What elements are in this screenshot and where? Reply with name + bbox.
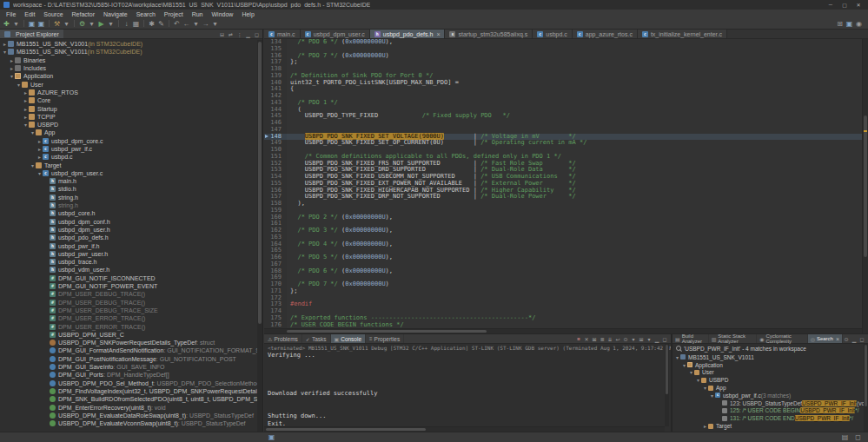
chevron-collapsed-icon[interactable]: ▸: [23, 97, 29, 103]
code-line[interactable]: 171};: [264, 288, 862, 295]
console-vscrollbar[interactable]: [665, 344, 669, 426]
pin-console-icon[interactable]: ⊙: [622, 335, 629, 343]
target-chip-icon[interactable]: ▦: [131, 19, 141, 29]
run-dropdown-icon[interactable]: ▾: [106, 19, 116, 29]
chevron-collapsed-icon[interactable]: ▸: [702, 423, 708, 429]
tree-item[interactable]: husbpd_pdo_defs.h: [0, 234, 262, 241]
code-line[interactable]: 143 /* PDO 1 */: [264, 100, 862, 107]
editor-tab-main-c[interactable]: cmain.c: [264, 30, 301, 38]
tree-item[interactable]: ▸TCPIP: [0, 113, 262, 121]
code-line[interactable]: 145 USBPD_PDO_TYPE_FIXED /* Fixed supply…: [264, 113, 862, 120]
code-line[interactable]: 176/* USER CODE BEGIN functions */: [264, 322, 862, 329]
editor-tab-usbpd-dpm-user-c[interactable]: cusbpd_dpm_user.c: [301, 30, 370, 38]
minimize-view-icon[interactable]: ▁: [244, 30, 252, 38]
tree-item[interactable]: #DPM_GUI_NOTIF_ISCONNECTED: [0, 274, 262, 282]
code-line[interactable]: 142: [264, 93, 862, 100]
chevron-expanded-icon[interactable]: ▾: [36, 170, 43, 176]
code-line[interactable]: 149 USBPD_PDO_SNK_FIXED_SET_OP_CURRENT(0…: [264, 140, 862, 147]
search-result-item[interactable]: ▸Target: [673, 422, 868, 430]
search-result-item[interactable]: ▾cusbpd_pwr_if.c (3 matches): [673, 392, 868, 399]
scrollbar-thumb[interactable]: [864, 115, 867, 257]
search-icon[interactable]: ✱: [147, 19, 156, 29]
console-tab-problems[interactable]: ⚠Problems: [264, 334, 302, 343]
tree-item[interactable]: ▸cusbpd_pwr_if.c: [0, 145, 262, 153]
tree-item[interactable]: hstring.h: [0, 194, 262, 201]
scrollbar-thumb[interactable]: [287, 330, 487, 333]
menu-run[interactable]: Run: [188, 11, 208, 17]
code-line[interactable]: 146: [264, 120, 862, 127]
debug-icon[interactable]: ⚙: [77, 19, 87, 29]
tree-item[interactable]: DPM_EnterErrorRecovery(uint8_t) : void: [0, 403, 262, 411]
close-tab-icon[interactable]: ×: [436, 31, 440, 37]
tree-item[interactable]: ▸cusbpd_dpm_core.c: [0, 137, 262, 145]
tree-item[interactable]: USBPD_DPM_EvaluateVconnSwap(uint8_t) : U…: [0, 419, 262, 427]
build-dropdown-icon[interactable]: ▾: [62, 19, 71, 29]
search-result-item[interactable]: ▾App: [673, 384, 868, 392]
menu-project[interactable]: Project: [160, 11, 188, 17]
tree-item[interactable]: DPM_GUI_SaveInfo : GUI_SAVE_INFO: [0, 363, 262, 371]
tree-item[interactable]: ▸AZURE_RTOS: [0, 89, 262, 96]
tree-item[interactable]: ▸Core: [0, 96, 262, 104]
code-line[interactable]: 168 /* PDO 6 */ (0x00000000U),: [264, 268, 862, 275]
code-line[interactable]: 160 /* PDO 2 */ (0x00000000U),: [264, 214, 862, 221]
console-tab-properties[interactable]: ≡Properties: [366, 334, 404, 343]
open-perspective-icon[interactable]: ⊞: [835, 19, 845, 29]
chevron-expanded-icon[interactable]: ▾: [702, 385, 708, 391]
tree-item[interactable]: ▾MB1551_US_SNK_V1011 (in STM32CubeIDE): [0, 48, 262, 56]
tree-item[interactable]: DPM_SNK_BuildRDOfromSelectedPDO(uint8_t,…: [0, 395, 262, 403]
tree-item[interactable]: #DPM_GUI_NOTIF_POWER_EVENT: [0, 282, 262, 290]
search-result-item[interactable]: ▾USBPD: [673, 376, 868, 384]
close-tab-icon[interactable]: ×: [836, 336, 839, 342]
tree-item[interactable]: USBPD_DPM_EvaluateDataRoleSwap(uint8_t) …: [0, 412, 262, 419]
open-console-dropdown-icon[interactable]: ▾: [646, 335, 653, 343]
chevron-expanded-icon[interactable]: ▾: [695, 377, 701, 383]
tree-item[interactable]: DPM_GUI_PostNotificationMessage : GUI_NO…: [0, 355, 262, 363]
background-progress-icon[interactable]: ▤: [840, 432, 850, 442]
tree-item[interactable]: ▸MB1551_US_SNK_V1001 (in STM32CubeIDE): [0, 40, 262, 48]
code-line[interactable]: 137};: [264, 59, 862, 66]
code-line[interactable]: 162 /* PDO 3 */ (0x00000000U),: [264, 228, 862, 234]
tree-item[interactable]: hstdio.h: [0, 185, 262, 193]
menu-edit[interactable]: Edit: [20, 11, 39, 17]
maximize-button[interactable]: ▢: [838, 2, 851, 8]
tree-item[interactable]: ▸Binaries: [0, 56, 262, 64]
code-line[interactable]: 158 ),: [264, 201, 862, 208]
chevron-collapsed-icon[interactable]: ▸: [23, 106, 29, 112]
tree-item[interactable]: ▾Application: [0, 72, 262, 80]
minimize-view-icon[interactable]: ▁: [851, 335, 858, 343]
code-line[interactable]: 134 /* PDO 6 */ (0x00000000U),: [264, 39, 862, 46]
chevron-collapsed-icon[interactable]: ▸: [36, 138, 43, 144]
notification-center-icon[interactable]: ◻: [853, 432, 863, 442]
tree-item[interactable]: USBPD_DPM_PDO_Sel_Method_t : USBPD_DPM_P…: [0, 379, 262, 386]
code-line[interactable]: 170 /* PDO 7 */ (0x00000000U): [264, 281, 862, 288]
code-line[interactable]: 172: [264, 295, 862, 302]
tree-item[interactable]: husbpd_vdm_user.h: [0, 266, 262, 274]
chevron-expanded-icon[interactable]: ▾: [2, 49, 8, 55]
search-tab-cyclomatic-complexity[interactable]: ◉Cyclomatic Complexity: [757, 334, 807, 343]
tree-item[interactable]: #DPM_USER_DEBUG_TRACE_SIZE: [0, 307, 262, 314]
toggle-annotations-icon[interactable]: ✎: [156, 19, 166, 29]
tree-item[interactable]: ▸cusbpd.c: [0, 153, 262, 161]
search-result-item[interactable]: 123: USBPD_StatusTypeDef USBPD_PWR_IF_In…: [673, 399, 868, 407]
tree-item[interactable]: #DPM_USER_ERROR_TRACE(): [0, 322, 262, 330]
code-line[interactable]: 140uint32_t PORT0_PDO_ListSNK[USBPD_MAX_…: [264, 80, 862, 87]
chevron-expanded-icon[interactable]: ▾: [23, 122, 29, 128]
chevron-collapsed-icon[interactable]: ▸: [9, 57, 15, 63]
build-icon[interactable]: ⚒: [52, 19, 62, 29]
tree-item[interactable]: DPM_GUI_FormatAndSendNotification : GUI_…: [0, 346, 262, 354]
chevron-expanded-icon[interactable]: ▾: [681, 362, 687, 368]
pin-search-icon[interactable]: ⊙: [843, 335, 850, 343]
search-tab-search[interactable]: ◎Search×: [808, 334, 843, 343]
remove-all-terminated-icon[interactable]: ⊠: [591, 335, 598, 343]
menu-file[interactable]: File: [2, 11, 20, 17]
editor-tab-startup-stm32u585aiixq-s[interactable]: sstartup_stm32u585aiixq.s: [445, 30, 533, 38]
search-result-item[interactable]: ▾Application: [673, 361, 868, 369]
explorer-title-tab[interactable]: Project Explorer: [0, 30, 63, 38]
editor-tab-tx-initialize-kernel-enter-c[interactable]: ctx_initialize_kernel_enter.c: [638, 30, 727, 38]
chevron-collapsed-icon[interactable]: ▸: [2, 41, 8, 47]
close-button[interactable]: ✕: [852, 2, 865, 8]
scrollbar-thumb[interactable]: [666, 345, 668, 394]
editor-tab-app-azure-rtos-c[interactable]: capp_azure_rtos.c: [573, 30, 638, 38]
scrollbar-thumb[interactable]: [865, 345, 867, 406]
scroll-lock-icon[interactable]: ⇊: [606, 335, 613, 343]
